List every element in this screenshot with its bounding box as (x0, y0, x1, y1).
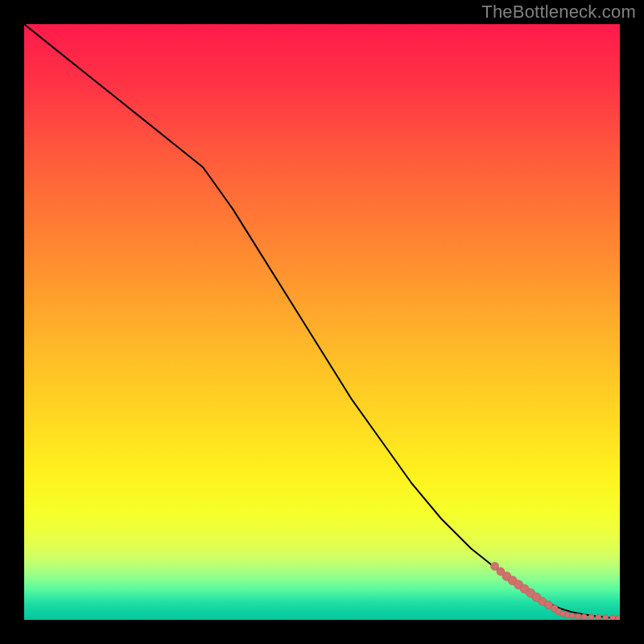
scatter-point (576, 613, 581, 619)
chart-overlay-svg (24, 24, 620, 620)
plot-area (24, 24, 620, 620)
scatter-point (588, 614, 594, 620)
scatter-point (616, 615, 620, 620)
curve-path (24, 24, 620, 618)
scatter-point (603, 615, 609, 620)
scatter-point (596, 614, 601, 620)
scatter-point (610, 615, 616, 620)
watermark-text: TheBottleneck.com (481, 2, 636, 23)
scatter-point (569, 613, 575, 618)
curve-line (24, 24, 620, 618)
chart-container: TheBottleneck.com (0, 0, 644, 644)
scatter-point (581, 613, 587, 619)
scatter-points (491, 562, 620, 620)
